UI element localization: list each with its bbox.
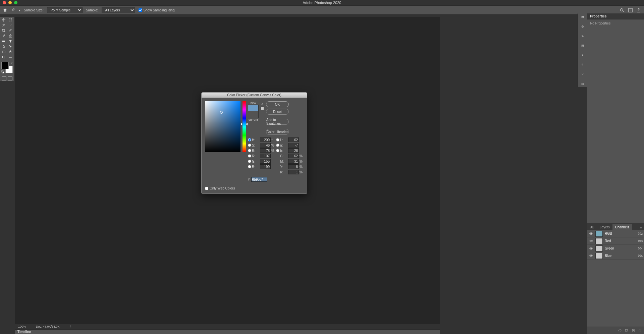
rectangle-tool[interactable] <box>1 50 7 54</box>
saturation-value-field[interactable] <box>205 101 240 152</box>
svg-rect-3 <box>2 41 5 42</box>
delete-channel-icon[interactable] <box>638 329 642 333</box>
input-k[interactable] <box>288 170 299 174</box>
radio-h[interactable] <box>248 138 251 142</box>
sample-select[interactable]: All Layers <box>102 7 135 13</box>
only-web-colors-checkbox[interactable]: Only Web Colors <box>205 186 304 190</box>
color-values-grid: H:° L: S:% a: B:% b: R: C:% G: M:% B: Y:… <box>248 137 304 174</box>
dialog-title[interactable]: Color Picker (Custom Canvas Color) <box>202 93 307 98</box>
input-m[interactable] <box>288 159 299 164</box>
quick-mask-icon[interactable] <box>2 76 6 80</box>
input-y[interactable] <box>288 164 299 169</box>
history-icon[interactable] <box>580 15 585 18</box>
default-colors-icon[interactable] <box>1 70 4 73</box>
save-selection-icon[interactable] <box>625 329 629 333</box>
actions-icon[interactable] <box>580 73 585 76</box>
add-swatches-button[interactable]: Add to Swatches <box>266 119 289 125</box>
path-select-tool[interactable] <box>7 44 13 49</box>
input-s[interactable] <box>260 143 271 148</box>
color-libraries-button[interactable]: Color Libraries <box>266 129 289 135</box>
visibility-icon[interactable]: 👁 <box>589 239 593 243</box>
input-h[interactable] <box>260 137 271 142</box>
color-swatches[interactable]: ⤢ <box>1 62 13 73</box>
properties-header[interactable]: Properties <box>587 13 644 19</box>
radio-s[interactable] <box>248 144 251 147</box>
hue-slider[interactable] <box>243 101 246 152</box>
eyedropper-tool[interactable] <box>7 28 13 33</box>
visibility-icon[interactable]: 👁 <box>589 232 593 236</box>
sample-size-select[interactable]: Point Sample <box>47 7 83 13</box>
radio-a[interactable] <box>276 144 279 147</box>
panel-menu-icon[interactable]: ≡ <box>638 226 644 230</box>
radio-bh[interactable] <box>248 149 251 152</box>
load-selection-icon[interactable] <box>618 329 622 333</box>
channel-blue[interactable]: 👁 Blue ⌘5 <box>587 252 644 260</box>
zoom-level[interactable]: 100% <box>18 325 26 328</box>
input-bb[interactable] <box>260 164 271 169</box>
window-minimize-icon[interactable] <box>8 1 12 4</box>
edit-toolbar-icon[interactable] <box>7 55 13 60</box>
input-a[interactable] <box>288 143 299 148</box>
tab-layers[interactable]: Layers <box>597 224 612 230</box>
foreground-color[interactable] <box>1 62 9 69</box>
stamp-tool[interactable] <box>7 34 13 38</box>
timeline-panel[interactable]: Timeline <box>15 329 440 334</box>
pen-tool[interactable] <box>1 44 7 49</box>
workspace-icon[interactable] <box>628 8 633 13</box>
status-arrow-icon[interactable]: 〉 <box>70 324 73 329</box>
marquee-tool[interactable] <box>7 17 13 22</box>
radio-r[interactable] <box>248 154 251 158</box>
window-close-icon[interactable] <box>3 1 6 4</box>
visibility-icon[interactable]: 👁 <box>589 254 593 258</box>
move-tool[interactable] <box>1 17 7 22</box>
input-c[interactable] <box>288 154 299 158</box>
libraries-icon[interactable] <box>580 44 585 47</box>
gradient-tool[interactable] <box>1 39 7 44</box>
new-channel-icon[interactable] <box>631 329 635 333</box>
brush-tool[interactable] <box>1 34 7 38</box>
input-g[interactable] <box>260 159 271 164</box>
hand-tool[interactable] <box>7 50 13 54</box>
search-icon[interactable] <box>620 8 625 13</box>
channel-red[interactable]: 👁 Red ⌘3 <box>587 237 644 245</box>
gamut-warning-icon[interactable]: ⚠ <box>261 103 264 106</box>
visibility-icon[interactable]: 👁 <box>589 246 593 250</box>
radio-g[interactable] <box>248 160 251 163</box>
input-b[interactable] <box>288 148 299 153</box>
input-bh[interactable] <box>260 148 271 153</box>
character-icon[interactable] <box>580 54 585 57</box>
eyedropper-icon[interactable] <box>11 8 15 12</box>
info-icon[interactable] <box>580 82 585 86</box>
home-icon[interactable] <box>3 8 7 12</box>
tool-preset-chevron-icon[interactable]: ▾ <box>19 8 20 12</box>
window-zoom-icon[interactable] <box>14 1 17 4</box>
channel-green[interactable]: 👁 Green ⌘4 <box>587 245 644 252</box>
tab-channels[interactable]: Channels <box>612 224 632 230</box>
lasso-tool[interactable] <box>1 23 7 27</box>
magic-wand-tool[interactable] <box>7 23 13 27</box>
doc-size[interactable]: Doc: 48,0K/64,0K <box>36 325 60 328</box>
paragraph-icon[interactable] <box>580 63 585 66</box>
ok-button[interactable]: OK <box>266 101 289 107</box>
input-r[interactable] <box>260 154 271 158</box>
swap-colors-icon[interactable]: ⤢ <box>10 62 13 65</box>
current-label: current <box>249 118 258 121</box>
share-icon[interactable] <box>636 8 641 13</box>
channel-rgb[interactable]: 👁 RGB ⌘2 <box>587 230 644 237</box>
show-sampling-ring-checkbox[interactable]: Show Sampling Ring <box>139 8 175 12</box>
reset-button[interactable]: Reset <box>266 109 289 115</box>
hex-input[interactable] <box>251 177 267 182</box>
radio-l[interactable] <box>276 138 279 142</box>
zoom-tool[interactable] <box>1 55 7 60</box>
type-tool[interactable] <box>7 39 13 44</box>
swap-icon[interactable] <box>580 35 585 38</box>
tab-3d[interactable]: 3D <box>587 224 597 230</box>
radio-bb[interactable] <box>248 165 251 168</box>
screen-mode-icon[interactable] <box>8 76 12 80</box>
websafe-warning-icon[interactable] <box>261 107 264 110</box>
adjustments-icon[interactable] <box>580 25 585 28</box>
crop-tool[interactable] <box>1 28 7 33</box>
svg-rect-1 <box>629 8 632 12</box>
radio-b[interactable] <box>276 149 279 152</box>
input-l[interactable] <box>288 137 299 142</box>
